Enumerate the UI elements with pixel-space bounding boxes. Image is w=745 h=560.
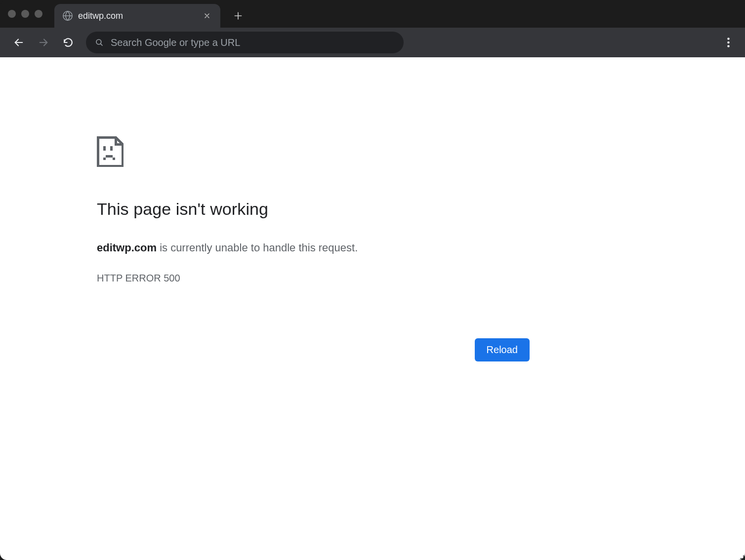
address-bar[interactable] [86, 32, 404, 53]
window-zoom-button[interactable] [35, 10, 42, 18]
button-row: Reload [97, 338, 530, 361]
svg-point-3 [727, 41, 730, 44]
forward-button[interactable] [34, 33, 53, 52]
error-container: This page isn't working editwp.com is cu… [97, 136, 530, 361]
error-title: This page isn't working [97, 200, 530, 219]
globe-icon [62, 10, 73, 21]
browser-tab[interactable]: editwp.com [54, 4, 220, 28]
browser-menu-button[interactable] [718, 33, 738, 52]
window-controls [8, 10, 42, 18]
svg-rect-6 [110, 146, 113, 151]
toolbar [0, 28, 745, 57]
page-viewport: This page isn't working editwp.com is cu… [0, 57, 745, 560]
error-code: HTTP ERROR 500 [97, 273, 530, 284]
svg-point-2 [727, 38, 730, 40]
error-host: editwp.com [97, 241, 157, 254]
reload-nav-button[interactable] [58, 33, 78, 52]
close-tab-button[interactable] [201, 9, 213, 22]
error-message: editwp.com is currently unable to handle… [97, 240, 530, 256]
svg-point-4 [727, 45, 730, 47]
resize-grip-icon [736, 551, 744, 559]
sad-page-icon [97, 136, 124, 167]
new-tab-button[interactable] [228, 6, 248, 26]
tab-title: editwp.com [78, 11, 201, 21]
window-close-button[interactable] [8, 10, 16, 18]
svg-rect-9 [113, 158, 115, 160]
titlebar: editwp.com [0, 0, 745, 28]
svg-rect-8 [106, 155, 113, 158]
svg-rect-5 [103, 146, 106, 151]
back-button[interactable] [9, 33, 29, 52]
address-input[interactable] [111, 37, 395, 48]
error-message-suffix: is currently unable to handle this reque… [157, 241, 358, 254]
search-icon [95, 38, 104, 47]
window-minimize-button[interactable] [21, 10, 29, 18]
svg-rect-7 [103, 158, 106, 160]
reload-button[interactable]: Reload [475, 338, 530, 361]
